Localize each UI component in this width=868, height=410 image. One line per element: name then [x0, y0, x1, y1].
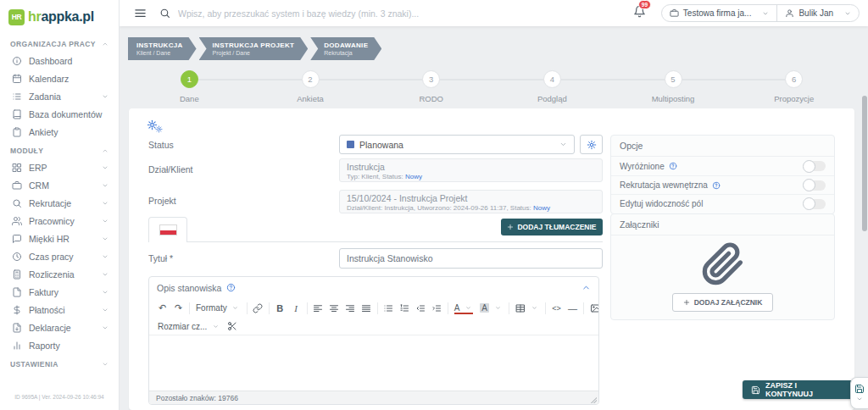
- tytul-input[interactable]: [339, 248, 603, 269]
- edge-widget[interactable]: [850, 377, 868, 409]
- sidebar-item-rekrutacje[interactable]: Rekrutacje: [0, 194, 119, 212]
- stepper-step-podglad[interactable]: 4Podgląd: [492, 70, 613, 103]
- content-area: INSTRUKCJAKlient / DaneINSTRUKCJA PROJEK…: [120, 26, 868, 410]
- link-button[interactable]: [250, 300, 266, 316]
- sidebar-version: ID 9695A | Ver. 2024-09-26 10:46:94: [0, 394, 119, 400]
- toolbar-separator: [448, 302, 448, 314]
- sidebar-item-czas-pracy[interactable]: Czas pracy: [0, 247, 119, 265]
- status-label: Status: [148, 140, 174, 150]
- clock-icon: [12, 252, 22, 262]
- sidebar-section-moduly[interactable]: MODUŁY: [0, 141, 119, 158]
- table-button[interactable]: [512, 300, 542, 316]
- sidebar-item-raporty[interactable]: Raporty: [0, 336, 119, 354]
- background-color-button[interactable]: A: [476, 300, 506, 316]
- sidebar-item-rozliczenia[interactable]: Rozliczenia: [0, 265, 119, 283]
- option-row-rekrutacja-wewnetrzna: Rekrutacja wewnętrzna: [611, 175, 834, 194]
- stepper-step-dane[interactable]: 1Dane: [129, 70, 250, 103]
- status-link: Nowy: [533, 204, 550, 212]
- text-color-button[interactable]: A: [451, 300, 477, 316]
- collapse-panel-button[interactable]: [581, 283, 591, 292]
- align-justify-button[interactable]: [359, 300, 375, 316]
- sidebar-item-crm[interactable]: CRM: [0, 176, 119, 194]
- dzial-klient-meta: Typ: Klient, Status: Nowy: [347, 173, 595, 180]
- image-button[interactable]: [587, 300, 598, 316]
- chevron-down-icon: [102, 324, 108, 331]
- status-settings-button[interactable]: [580, 135, 603, 154]
- toggle-edytuj-widocznosc-pol[interactable]: [804, 199, 826, 209]
- indent-button[interactable]: [429, 300, 445, 316]
- step-number: 3: [422, 70, 440, 88]
- dropdown-label: Formaty: [196, 303, 227, 313]
- sidebar-item-ankiety[interactable]: Ankiety: [0, 123, 119, 141]
- sidebar-item-dashboard[interactable]: Dashboard: [0, 52, 119, 69]
- app-logo[interactable]: HR hrappka.pl: [0, 0, 119, 34]
- add-attachment-button[interactable]: DODAJ ZAŁĄCZNIK: [672, 293, 774, 312]
- sidebar-item-erp[interactable]: ERP: [0, 158, 119, 176]
- company-selector[interactable]: Testowa firma ja...: [662, 5, 777, 21]
- cut-icon: [227, 321, 237, 331]
- save-continue-button[interactable]: ZAPISZ I KONTYNUUJ: [743, 380, 854, 399]
- form-settings-icon[interactable]: [147, 119, 165, 135]
- toolbar-separator: [583, 302, 584, 314]
- image-icon: [590, 303, 598, 313]
- status-select[interactable]: Planowana: [339, 135, 575, 154]
- redo-button[interactable]: ↷: [170, 300, 186, 316]
- stepper-step-multiposting[interactable]: 5Multiposting: [613, 70, 734, 103]
- search-input[interactable]: [178, 8, 458, 19]
- add-translation-button[interactable]: DODAJ TŁUMACZENIE: [501, 219, 603, 235]
- undo-button[interactable]: ↶: [154, 300, 170, 316]
- resize-grip[interactable]: [590, 396, 597, 403]
- projekt-field[interactable]: 15/10/2024 - Instrukcja Projekt Dział/Kl…: [339, 190, 603, 213]
- bold-button[interactable]: B: [272, 300, 288, 316]
- sidebar-item-platnosci[interactable]: Płatności: [0, 301, 119, 319]
- editor-content[interactable]: [149, 335, 598, 391]
- user-selector[interactable]: Bulik Jan: [776, 5, 859, 21]
- paperclip-icon: [701, 242, 745, 286]
- sidebar-item-miekki-hr[interactable]: Miękki HR: [0, 230, 119, 247]
- sidebar-item-faktury[interactable]: Faktury: [0, 283, 119, 301]
- horizontal-rule-button[interactable]: —: [565, 300, 581, 316]
- code-button[interactable]: <>: [548, 300, 565, 316]
- sidebar-section-organizacja-pracy[interactable]: ORGANIZACJA PRACY: [0, 34, 119, 52]
- align-right-button[interactable]: [342, 300, 359, 316]
- info-circle-icon: [12, 56, 22, 66]
- topbar: 99 Testowa firma ja... Bulik Jan: [120, 0, 868, 26]
- link-icon: [253, 303, 263, 313]
- bullet-list-button[interactable]: [381, 300, 397, 316]
- align-left-button[interactable]: [310, 300, 326, 316]
- align-justify-icon: [361, 303, 371, 313]
- formats-dropdown[interactable]: Formaty: [192, 300, 244, 316]
- tab-language-pl[interactable]: [148, 217, 187, 242]
- breadcrumb-segment-3[interactable]: DODAWANIERekrutacja: [310, 37, 381, 60]
- italic-button[interactable]: I: [288, 300, 304, 316]
- stepper-step-propozycje[interactable]: 6Propozycje: [733, 70, 854, 103]
- dzial-klient-field[interactable]: Instrukcja Typ: Klient, Status: Nowy: [339, 158, 603, 182]
- align-center-button[interactable]: [326, 300, 342, 316]
- tab-strip-border: [148, 241, 603, 242]
- font-size-dropdown[interactable]: Rozmiar cz...: [154, 319, 224, 335]
- sidebar-item-deklaracje[interactable]: Deklaracje: [0, 319, 119, 336]
- crumb-subtitle: Projekt / Dane: [213, 50, 295, 56]
- user-icon: [785, 8, 794, 18]
- opis-panel-header: Opis stanowiska: [149, 277, 598, 298]
- breadcrumb-segment-1[interactable]: INSTRUKCJAKlient / Dane: [128, 37, 197, 60]
- toggle-rekrutacja-wewnetrzna[interactable]: [804, 180, 826, 191]
- breadcrumb-segment-2[interactable]: INSTRUKCJA PROJEKTProjekt / Dane: [199, 37, 309, 60]
- sidebar-item-pracownicy[interactable]: Pracownicy: [0, 212, 119, 230]
- stepper-step-ankieta[interactable]: 2Ankieta: [250, 70, 371, 103]
- numbered-list-button[interactable]: [397, 300, 413, 316]
- vertical-scrollbar[interactable]: [862, 96, 867, 231]
- menu-icon[interactable]: [134, 7, 147, 19]
- outdent-button[interactable]: [413, 300, 429, 316]
- stepper-step-rodo[interactable]: 3RODO: [370, 70, 492, 103]
- sidebar-section-ustawienia[interactable]: USTAWIENIA: [0, 354, 119, 372]
- help-icon[interactable]: [226, 283, 236, 292]
- notifications-button[interactable]: 99: [633, 5, 646, 21]
- sidebar-item-baza-dokumentow[interactable]: Baza dokumentów: [0, 105, 119, 123]
- toggle-wyroznione[interactable]: [804, 161, 826, 171]
- bold-icon: B: [276, 303, 283, 313]
- cut-button[interactable]: [224, 319, 240, 335]
- sidebar-item-kalendarz[interactable]: Kalendarz: [0, 69, 119, 87]
- chevron-down-icon: [102, 182, 108, 189]
- sidebar-item-zadania[interactable]: Zadania: [0, 87, 119, 105]
